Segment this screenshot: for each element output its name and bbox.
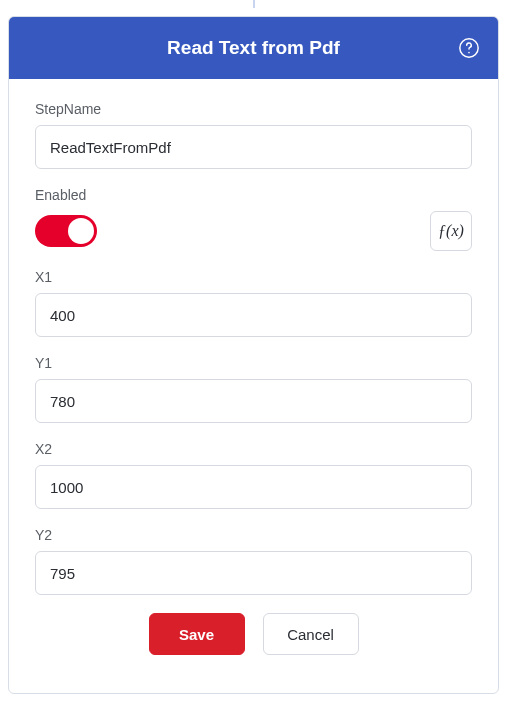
- field-y2: Y2: [35, 527, 472, 595]
- y2-label: Y2: [35, 527, 472, 543]
- field-y1: Y1: [35, 355, 472, 423]
- card-header: Read Text from Pdf: [9, 17, 498, 79]
- y2-input[interactable]: [35, 551, 472, 595]
- x1-input[interactable]: [35, 293, 472, 337]
- y1-label: Y1: [35, 355, 472, 371]
- toggle-knob: [68, 218, 94, 244]
- save-button[interactable]: Save: [149, 613, 245, 655]
- cancel-button[interactable]: Cancel: [263, 613, 359, 655]
- x1-label: X1: [35, 269, 472, 285]
- y1-input[interactable]: [35, 379, 472, 423]
- stepname-label: StepName: [35, 101, 472, 117]
- field-x2: X2: [35, 441, 472, 509]
- connector-top: [253, 0, 255, 8]
- field-stepname: StepName: [35, 101, 472, 169]
- enabled-toggle[interactable]: [35, 215, 97, 247]
- fx-button[interactable]: ƒ(x): [430, 211, 472, 251]
- stepname-input[interactable]: [35, 125, 472, 169]
- field-x1: X1: [35, 269, 472, 337]
- step-card: Read Text from Pdf StepName Enabled ƒ(x): [8, 16, 499, 694]
- field-enabled: Enabled ƒ(x): [35, 187, 472, 251]
- x2-input[interactable]: [35, 465, 472, 509]
- x2-label: X2: [35, 441, 472, 457]
- card-body: StepName Enabled ƒ(x) X1 Y1 X2 Y2: [9, 79, 498, 693]
- footer: Save Cancel: [35, 605, 472, 675]
- enabled-label: Enabled: [35, 187, 472, 203]
- svg-point-1: [468, 52, 470, 54]
- enabled-row: ƒ(x): [35, 211, 472, 251]
- help-icon[interactable]: [458, 37, 480, 59]
- card-title: Read Text from Pdf: [167, 37, 340, 59]
